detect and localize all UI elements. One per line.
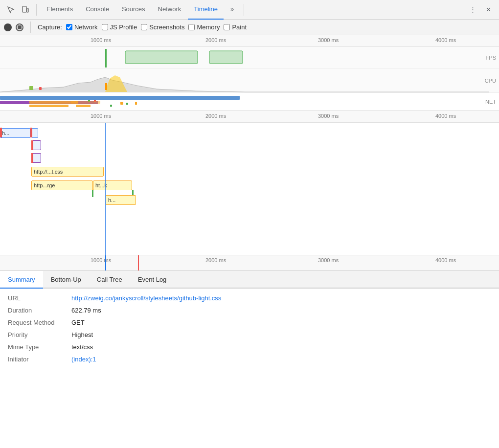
tab-event-log[interactable]: Event Log — [130, 271, 175, 289]
timeline-ruler: 1000 ms 2000 ms 3000 ms 4000 ms — [0, 35, 499, 47]
summary-row-url: URL http://zweig.co/jankyscroll/styleshe… — [8, 294, 491, 302]
tab-call-tree[interactable]: Call Tree — [89, 271, 130, 289]
waterfall-bar-rge[interactable]: http...rge — [31, 180, 93, 190]
memory-checkbox-label[interactable]: Memory — [188, 23, 220, 31]
waterfall-bar-css[interactable]: http://...t.css — [31, 167, 104, 177]
record-button[interactable] — [4, 23, 12, 31]
network-waterfall[interactable]: 1000 ms 2000 ms 3000 ms 4000 ms h... htt… — [0, 111, 499, 255]
paint-checkbox[interactable] — [224, 24, 230, 30]
summary-row-mime: Mime Type text/css — [8, 343, 491, 351]
tab-bar: Elements Console Sources Network Timelin… — [41, 0, 240, 20]
method-key: Request Method — [8, 319, 71, 326]
fps-svg — [0, 47, 499, 68]
priority-key: Priority — [8, 331, 71, 338]
network-checkbox[interactable] — [66, 24, 72, 30]
bottom-ruler: 1000 ms 2000 ms 3000 ms 4000 ms — [0, 255, 499, 271]
b-ruler-mark-2000: 2000 ms — [205, 257, 226, 263]
close-button[interactable]: ✕ — [481, 3, 495, 17]
tab-more[interactable]: » — [225, 0, 240, 20]
mime-key: Mime Type — [8, 343, 71, 351]
more-options-button[interactable]: ⋮ — [466, 3, 479, 17]
ruler-mark-2000: 2000 ms — [205, 37, 226, 43]
svg-rect-8 — [0, 96, 240, 100]
timeline-overview[interactable]: 1000 ms 2000 ms 3000 ms 4000 ms FPS CPU — [0, 35, 499, 111]
capture-bar: Capture: Network JS Profile Screenshots … — [0, 20, 499, 35]
tab-sources[interactable]: Sources — [116, 0, 151, 20]
waterfall-red-mark-1 — [0, 128, 2, 137]
toolbar-separator-2 — [244, 4, 244, 16]
cpu-track: CPU — [0, 68, 499, 93]
waterfall-bar-h1: h... — [0, 128, 30, 138]
svg-rect-4 — [105, 50, 107, 66]
tab-console[interactable]: Console — [80, 0, 115, 20]
svg-rect-13 — [110, 105, 112, 107]
waterfall-bar-k[interactable]: ht...k — [93, 180, 132, 190]
summary-row-priority: Priority Highest — [8, 331, 491, 338]
cpu-svg — [0, 68, 499, 93]
ruler-mark-3000: 3000 ms — [318, 37, 339, 43]
svg-rect-1 — [27, 8, 28, 12]
svg-rect-7 — [105, 83, 107, 90]
net-track: NET — [0, 93, 499, 111]
url-value[interactable]: http://zweig.co/jankyscroll/stylesheets/… — [71, 294, 221, 302]
memory-checkbox[interactable] — [188, 24, 195, 30]
screenshots-checkbox-label[interactable]: Screenshots — [141, 23, 184, 31]
initiator-value[interactable]: (index):1 — [71, 356, 96, 363]
memory-checkbox-text: Memory — [197, 23, 220, 31]
svg-rect-10 — [29, 105, 68, 107]
paint-checkbox-label[interactable]: Paint — [224, 23, 247, 31]
svg-rect-6 — [39, 87, 42, 90]
tab-bottom-up[interactable]: Bottom-Up — [43, 271, 89, 289]
initiator-key: Initiator — [8, 356, 71, 363]
waterfall-bar-h1b — [31, 128, 38, 138]
device-icon[interactable] — [19, 3, 32, 17]
paint-checkbox-text: Paint — [232, 23, 247, 31]
method-value: GET — [71, 319, 85, 326]
waterfall-bar-h2[interactable]: h... — [106, 195, 136, 205]
w-ruler-mark-2000: 2000 ms — [205, 113, 226, 119]
screenshots-checkbox-text: Screenshots — [149, 23, 184, 31]
network-checkbox-text: Network — [74, 23, 98, 31]
js-profile-checkbox-label[interactable]: JS Profile — [102, 23, 137, 31]
cursor-icon[interactable] — [4, 3, 18, 17]
svg-rect-16 — [71, 101, 100, 104]
summary-content: URL http://zweig.co/jankyscroll/styleshe… — [0, 289, 499, 374]
fps-track: FPS — [0, 47, 499, 68]
capture-separator — [30, 22, 31, 33]
tab-timeline[interactable]: Timeline — [188, 0, 224, 20]
waterfall-rows: h... http://...t.css http...rge ht...k h… — [0, 123, 499, 255]
devtools-toolbar: Elements Console Sources Network Timelin… — [0, 0, 499, 20]
summary-row-initiator: Initiator (index):1 — [8, 356, 491, 363]
green-tick-1 — [92, 190, 93, 197]
b-ruler-mark-1000: 1000 ms — [91, 257, 111, 263]
url-key: URL — [8, 294, 71, 302]
js-profile-checkbox-text: JS Profile — [110, 23, 137, 31]
network-checkbox-label[interactable]: Network — [66, 23, 98, 31]
tab-network[interactable]: Network — [152, 0, 187, 20]
net-label: NET — [485, 99, 496, 105]
waterfall-ruler: 1000 ms 2000 ms 3000 ms 4000 ms — [0, 111, 499, 123]
toolbar-separator-1 — [36, 4, 37, 16]
w-ruler-mark-1000: 1000 ms — [91, 113, 111, 119]
summary-row-method: Request Method GET — [8, 319, 491, 326]
tab-summary[interactable]: Summary — [0, 271, 43, 289]
net-svg — [0, 93, 499, 111]
summary-tabs: Summary Bottom-Up Call Tree Event Log — [0, 271, 499, 289]
fps-label: FPS — [486, 55, 496, 61]
summary-row-duration: Duration 622.79 ms — [8, 307, 491, 314]
duration-key: Duration — [8, 307, 71, 314]
priority-value: Highest — [71, 331, 93, 338]
toolbar-end: ⋮ ✕ — [466, 3, 495, 17]
stop-button[interactable] — [16, 23, 23, 31]
tab-elements[interactable]: Elements — [41, 0, 79, 20]
svg-rect-5 — [29, 86, 33, 90]
cpu-label: CPU — [485, 78, 496, 84]
w-ruler-mark-3000: 3000 ms — [318, 113, 339, 119]
js-profile-checkbox[interactable] — [102, 24, 108, 30]
screenshots-checkbox[interactable] — [141, 24, 147, 30]
waterfall-red-2 — [31, 140, 33, 150]
b-ruler-mark-4000: 4000 ms — [435, 257, 456, 263]
b-ruler-mark-3000: 3000 ms — [318, 257, 339, 263]
svg-rect-0 — [23, 6, 26, 12]
svg-rect-19 — [135, 102, 137, 105]
